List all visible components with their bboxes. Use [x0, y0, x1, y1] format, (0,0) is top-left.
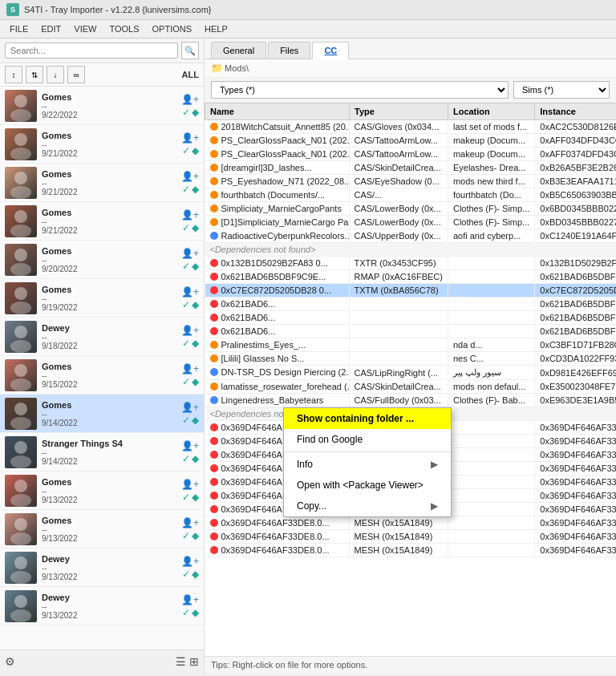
- sidebar-entry[interactable]: Gomes--9/21/2022 👤+ ✓ ◆: [0, 125, 204, 164]
- menu-item-options[interactable]: OPTIONS: [146, 22, 199, 36]
- person-add-icon[interactable]: 👤+: [181, 479, 199, 490]
- col-name[interactable]: Name: [205, 103, 350, 120]
- col-type[interactable]: Type: [350, 103, 448, 120]
- search-button[interactable]: 🔍: [181, 42, 199, 59]
- table-row[interactable]: 0x621BAD6B5DBF9C9E...RMAP (0xAC16FBEC)0x…: [205, 270, 617, 284]
- table-row[interactable]: Lingenedress_BabyetearsCAS/FullBody (0x0…: [205, 394, 617, 407]
- menu-item-help[interactable]: HELP: [198, 22, 234, 36]
- entry-info: Gomes--9/19/2022: [42, 285, 176, 312]
- entry-icon-pair-bottom: ✓ ◆: [182, 492, 199, 503]
- sort-button2[interactable]: ⇅: [26, 66, 43, 83]
- file-table: Name Type Location Instance Size 2018Wit…: [205, 103, 616, 656]
- sort-button3[interactable]: ↓: [47, 66, 64, 83]
- sims-filter[interactable]: Sims (*): [513, 81, 610, 99]
- context-menu-item[interactable]: Copy...▶: [284, 496, 451, 516]
- table-row[interactable]: PS_ClearGlossPaack_N01 (202...CAS/Tattoo…: [205, 134, 617, 148]
- menu-item-edit[interactable]: EDIT: [34, 22, 67, 36]
- infinity-button[interactable]: ∞: [67, 66, 85, 83]
- person-add-icon[interactable]: 👤+: [181, 94, 199, 105]
- context-menu-item[interactable]: Info▶: [284, 454, 451, 475]
- entry-date: 9/13/2022: [42, 573, 176, 581]
- person-add-icon[interactable]: 👤+: [181, 209, 199, 221]
- sort-az-button[interactable]: ↕: [5, 66, 22, 83]
- sidebar-entry[interactable]: Gomes--9/13/2022 👤+ ✓ ◆: [0, 472, 204, 510]
- checkmark-icon: ✓: [182, 145, 190, 156]
- search-input[interactable]: [5, 43, 178, 59]
- person-add-icon[interactable]: 👤+: [181, 594, 199, 605]
- sidebar-entry[interactable]: Gomes--9/14/2022 👤+ ✓ ◆: [0, 395, 204, 433]
- avatar: [5, 167, 37, 199]
- table-row[interactable]: 0x621BAD6...0x621BAD6B5DBF9C9E: [205, 298, 617, 311]
- avatar: [5, 552, 37, 584]
- table-row[interactable]: 0x369D4F646AF33DE8.0...MESH (0x15A1849)0…: [205, 530, 617, 544]
- status-dot: [210, 259, 218, 267]
- person-add-icon[interactable]: 👤+: [181, 248, 199, 259]
- table-row[interactable]: Pralinestims_Eyes_...nda d...0xC3BF1D71F…: [205, 338, 617, 352]
- gear-icon[interactable]: ⚙: [5, 655, 15, 668]
- sidebar-entry[interactable]: Dewey--9/13/2022 👤+ ✓ ◆: [0, 587, 204, 625]
- tab-files[interactable]: Files: [268, 42, 310, 59]
- sidebar: 🔍 ↕ ⇅ ↓ ∞ ALL Gomes--9/22/2022 👤+ ✓ ◆ Go…: [0, 38, 205, 673]
- table-row[interactable]: 0x621BAD6...0x621BAD6B5DBF9C9E: [205, 325, 617, 338]
- sidebar-entry[interactable]: Dewey--9/18/2022 👤+ ✓ ◆: [0, 318, 204, 356]
- cell-type: RMAP (0xAC16FBEC): [350, 270, 448, 284]
- context-menu-item[interactable]: Find on Google: [284, 429, 451, 450]
- col-location[interactable]: Location: [448, 103, 534, 120]
- sidebar-entry[interactable]: Gomes--9/20/2022 👤+ ✓ ◆: [0, 241, 204, 279]
- table-row[interactable]: 0x369D4F646AF33DE8.0...MESH (0x15A1849)0…: [205, 544, 617, 557]
- grid-view-icon[interactable]: ⊞: [189, 655, 199, 668]
- sidebar-entry[interactable]: Gomes--9/21/2022 👤+ ✓ ◆: [0, 164, 204, 202]
- sidebar-entry[interactable]: Dewey--9/13/2022 👤+ ✓ ◆: [0, 548, 204, 587]
- sidebar-entry[interactable]: Gomes--9/22/2022 👤+ ✓ ◆: [0, 87, 204, 125]
- person-add-icon[interactable]: 👤+: [181, 556, 199, 567]
- table-row[interactable]: PS_Eyeshadow_N71 (2022_08...CAS/EyeShado…: [205, 175, 617, 188]
- table-row[interactable]: <Dependencies not found>: [205, 243, 617, 257]
- table-row[interactable]: 0x621BAD6...0x621BAD6B5DBF9C9E: [205, 311, 617, 325]
- context-menu-item[interactable]: Show containing folder ...: [284, 408, 451, 429]
- person-add-icon[interactable]: 👤+: [181, 286, 199, 298]
- avatar: [5, 513, 37, 545]
- table-row[interactable]: [dreamgirl]3D_lashes...CAS/SkinDetailCre…: [205, 161, 617, 175]
- table-row[interactable]: 0x132B1D5029B2FA83 0...TXTR (0x3453CF95)…: [205, 257, 617, 270]
- types-filter[interactable]: Types (*): [211, 81, 509, 99]
- sidebar-entry[interactable]: Gomes--9/21/2022 👤+ ✓ ◆: [0, 202, 204, 241]
- table-row[interactable]: [Lilili] Glasses No S...nes C...0xCD3DA1…: [205, 352, 617, 366]
- list-view-icon[interactable]: ☰: [176, 655, 186, 668]
- table-row[interactable]: 0x369D4F646AF33DE8.0...MESH (0x15A1849)0…: [205, 516, 617, 530]
- cell-location: fourthbatch (Do...: [448, 188, 534, 202]
- table-row[interactable]: fourthbatch (Documents/...CAS/...fourthb…: [205, 188, 617, 202]
- menu-item-file[interactable]: FILE: [3, 22, 34, 36]
- table-row[interactable]: [D1]Simpliciaty_MarnieCargo Pa...CAS/Low…: [205, 216, 617, 229]
- menu-item-view[interactable]: VIEW: [67, 22, 103, 36]
- context-menu-item[interactable]: Open with <Package Viewer>: [284, 475, 451, 496]
- table-row[interactable]: PS_ClearGlossPaack_N01 (202...CAS/Tattoo…: [205, 148, 617, 161]
- menu-item-tools[interactable]: TOOLS: [103, 22, 145, 36]
- entry-name: Dewey: [42, 554, 176, 564]
- table-row[interactable]: RadioactiveCyberpunkRecolors...CAS/Upper…: [205, 229, 617, 243]
- cell-type: [350, 352, 448, 366]
- table-row[interactable]: 0xC7EC872D5205DB28 0...TXTM (0xBA856C78)…: [205, 284, 617, 298]
- table-row[interactable]: Simpliciaty_MarnieCargoPantsCAS/LowerBod…: [205, 202, 617, 216]
- person-add-icon[interactable]: 👤+: [181, 325, 199, 336]
- person-add-icon[interactable]: 👤+: [181, 132, 199, 144]
- person-add-icon[interactable]: 👤+: [181, 363, 199, 374]
- person-add-icon[interactable]: 👤+: [181, 440, 199, 451]
- sidebar-entry[interactable]: Stranger Things S4--9/14/2022 👤+ ✓ ◆: [0, 433, 204, 472]
- table-row[interactable]: DN-TSR_DS Design Piercing (2...CAS/LipRi…: [205, 366, 617, 380]
- person-add-icon[interactable]: 👤+: [181, 171, 199, 182]
- cell-instance: 0xAFF0374DFD43CC13: [535, 148, 616, 161]
- sidebar-entry[interactable]: Gomes--9/19/2022 👤+ ✓ ◆: [0, 279, 204, 318]
- entry-icon-pair-top: 👤+: [181, 171, 199, 182]
- entry-info: Gomes--9/21/2022: [42, 208, 176, 235]
- table-row[interactable]: 2018WitchCatsuit_Annett85 (20...CAS/Glov…: [205, 120, 617, 134]
- tab-cc[interactable]: CC: [312, 42, 349, 59]
- person-add-icon[interactable]: 👤+: [181, 402, 199, 413]
- sidebar-entry[interactable]: Gomes--9/15/2022 👤+ ✓ ◆: [0, 356, 204, 395]
- tab-general[interactable]: General: [211, 42, 266, 59]
- table-row[interactable]: lamatisse_rosewater_forehead (...CAS/Ski…: [205, 380, 617, 394]
- cell-instance: 0x369D4F646AF33DE8: [535, 489, 616, 503]
- sidebar-entry[interactable]: Gomes--9/13/2022 👤+ ✓ ◆: [0, 510, 204, 548]
- col-instance[interactable]: Instance: [535, 103, 616, 120]
- cell-type: TXTM (0xBA856C78): [350, 284, 448, 298]
- person-add-icon[interactable]: 👤+: [181, 517, 199, 528]
